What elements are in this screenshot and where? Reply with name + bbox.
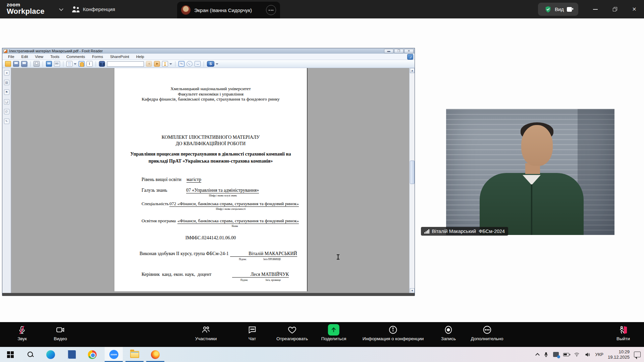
taskbar-file-explorer[interactable]: [125, 347, 144, 362]
select-text-icon[interactable]: [87, 61, 93, 67]
print-icon[interactable]: [34, 61, 40, 67]
sharepoint-icon[interactable]: S: [207, 61, 214, 67]
doc-field-label: Галузь знань: [142, 188, 167, 193]
taskbar-search-button[interactable]: [21, 347, 40, 362]
fit-page-icon[interactable]: [186, 61, 193, 67]
clipboard-icon[interactable]: [66, 61, 72, 67]
action-center-icon[interactable]: [634, 352, 641, 357]
fit-width-icon[interactable]: [195, 61, 201, 67]
battery-icon[interactable]: [563, 353, 569, 356]
participants-button[interactable]: Участники: [195, 324, 217, 341]
taskbar-firefox[interactable]: [146, 347, 164, 362]
tab-conference[interactable]: Конференция: [72, 0, 115, 18]
more-button[interactable]: Дополнительно: [471, 324, 503, 341]
video-label: Видео: [54, 336, 67, 341]
leave-button[interactable]: Выйти: [616, 324, 630, 341]
audio-button[interactable]: Звук: [17, 324, 27, 341]
participant-name: Віталій Макарський ФБСм-2024: [432, 229, 505, 234]
menu-edit[interactable]: Edit: [21, 55, 28, 59]
meeting-info-button[interactable]: Информация о конференции: [363, 324, 424, 341]
meeting-info-label: Информация о конференции: [363, 336, 424, 341]
next-view-icon[interactable]: [154, 61, 160, 67]
save-all-icon[interactable]: [21, 61, 27, 67]
doc-field-value: 07 «Управління та адміністрування»: [186, 188, 259, 193]
sharepoint-dropdown-icon[interactable]: [216, 63, 218, 65]
previous-view-icon[interactable]: [146, 61, 152, 67]
windows-taskbar: УКР 10:29 19.12.2025: [0, 347, 644, 362]
tab-shared-screen[interactable]: Экран (Іванна Сидорчук): [177, 2, 280, 18]
workspace-chevron-down-icon[interactable]: [59, 7, 63, 11]
find-input[interactable]: [107, 61, 144, 67]
tray-expand-chevron-icon[interactable]: [536, 353, 540, 357]
scroll-down-icon[interactable]: ▼: [410, 288, 415, 293]
doc-author-name: Віталій МАКАРСЬКИЙ: [249, 251, 297, 257]
close-button[interactable]: ✕: [627, 0, 642, 18]
leave-label: Выйти: [616, 336, 630, 341]
start-button[interactable]: [1, 347, 19, 362]
comments-panel-icon[interactable]: ❑: [4, 99, 9, 105]
pages-panel-icon[interactable]: ▤: [4, 80, 9, 85]
tray-app-status-icon[interactable]: [553, 352, 559, 357]
signature-panel-icon[interactable]: ✎: [4, 119, 9, 124]
attachments-panel-icon[interactable]: ∅: [4, 109, 9, 114]
read-mode-icon[interactable]: [54, 61, 60, 67]
bookmarks-panel-icon[interactable]: ⚑: [4, 89, 9, 95]
clock-date: 19.12.2025: [608, 355, 630, 360]
tray-microphone-icon[interactable]: [543, 352, 549, 358]
tab-options-ellipsis-icon[interactable]: [266, 5, 276, 15]
scroll-thumb[interactable]: [410, 161, 415, 184]
scroll-up-icon[interactable]: ▲: [410, 68, 415, 73]
hand-tool-icon[interactable]: [78, 61, 85, 67]
taskbar-edge[interactable]: [42, 347, 60, 362]
firefox-icon: [151, 350, 160, 359]
foxit-title-bar[interactable]: Ілюстративний матеріал Макарський.pdf - …: [2, 48, 415, 54]
menu-tools[interactable]: Tools: [50, 55, 59, 59]
taskbar-word[interactable]: [62, 347, 80, 362]
pdf-page: Хмельницький національний університет Фа…: [114, 68, 308, 291]
revert-icon[interactable]: [162, 61, 168, 67]
share-button[interactable]: Поделиться: [321, 324, 346, 341]
menu-forms[interactable]: Forms: [92, 55, 103, 59]
taskbar-chrome[interactable]: [83, 347, 101, 362]
heart-icon: [287, 324, 297, 335]
restore-button[interactable]: [607, 0, 623, 18]
participant-figure: [480, 173, 584, 235]
menu-help[interactable]: Help: [136, 55, 144, 59]
save-icon[interactable]: [13, 61, 19, 67]
wifi-icon[interactable]: [574, 352, 580, 357]
clipboard-dropdown-icon[interactable]: [74, 63, 76, 65]
react-button[interactable]: Отреагировать: [276, 324, 308, 341]
foxit-fullscreen-icon[interactable]: ↔: [407, 54, 413, 60]
open-file-icon[interactable]: [5, 61, 11, 67]
foxit-minimize-icon[interactable]: ▬: [384, 49, 393, 53]
foxit-restore-icon[interactable]: ❐: [394, 49, 404, 53]
actual-size-icon[interactable]: [178, 61, 184, 67]
collapse-panel-icon[interactable]: ◂: [4, 70, 9, 75]
view-button[interactable]: Вид: [538, 3, 578, 16]
menu-file[interactable]: File: [8, 55, 14, 59]
fullscreen-mode-icon[interactable]: [46, 61, 52, 67]
taskbar-clock[interactable]: 10:29 19.12.2025: [608, 349, 630, 360]
minimize-button[interactable]: [588, 0, 603, 18]
doc-program-label: Освітня програма: [142, 218, 176, 224]
clock-time: 10:29: [608, 349, 630, 355]
record-button[interactable]: Запись: [441, 324, 456, 341]
foxit-close-icon[interactable]: ✕: [404, 49, 414, 53]
chrome-icon: [88, 350, 97, 359]
find-icon[interactable]: [99, 61, 105, 67]
revert-dropdown-icon[interactable]: [169, 63, 172, 65]
vertical-scrollbar[interactable]: ▲ ▼: [409, 68, 415, 293]
signal-bars-icon: [424, 229, 429, 234]
speaker-icon[interactable]: [584, 352, 591, 357]
menu-comments[interactable]: Comments: [66, 55, 85, 59]
participant-video[interactable]: [446, 109, 614, 235]
taskbar-zoom[interactable]: [105, 347, 123, 362]
participant-face: [521, 125, 553, 166]
shared-screen-view: Ілюстративний матеріал Макарський.pdf - …: [0, 18, 644, 322]
foxit-toolbar: S: [2, 60, 415, 68]
video-button[interactable]: Видео: [54, 324, 67, 341]
menu-view[interactable]: View: [35, 55, 43, 59]
language-indicator[interactable]: УКР: [595, 352, 603, 357]
chat-button[interactable]: Чат: [248, 324, 257, 341]
menu-sharepoint[interactable]: SharePoint: [110, 55, 129, 59]
